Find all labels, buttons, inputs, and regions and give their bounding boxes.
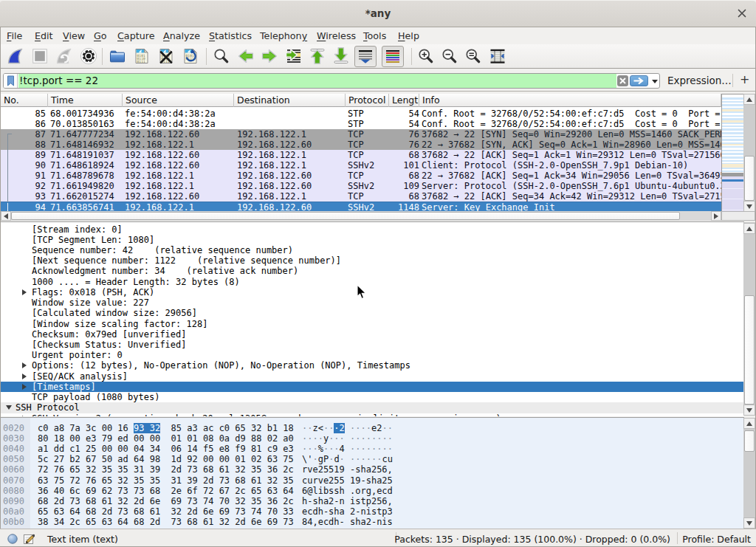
menu-file[interactable]: File (7, 30, 22, 41)
restart-capture-button[interactable] (55, 47, 73, 65)
detail-row[interactable]: Flags: 0x018 (PSH, ACK) (1, 287, 744, 297)
expert-info-icon[interactable] (7, 534, 18, 544)
auto-scroll-toggle[interactable] (354, 46, 377, 67)
zoom-in-button[interactable] (417, 47, 435, 65)
column-header-time[interactable]: Time (48, 94, 123, 107)
scroll-up-button[interactable] (743, 94, 755, 105)
detail-row[interactable]: [Calculated window size: 29056] (1, 308, 744, 318)
window-titlebar[interactable]: *any (0, 0, 756, 27)
detail-row[interactable]: [Next sequence number: 1122 (relative se… (1, 255, 744, 266)
filter-apply-button[interactable] (630, 75, 648, 86)
save-file-button[interactable]: 010101100111 (133, 47, 151, 65)
scroll-left-button[interactable] (1, 211, 11, 221)
detail-row[interactable]: [Checksum Status: Unverified] (1, 340, 744, 350)
bytes-vscrollbar[interactable] (743, 418, 755, 529)
expand-icon[interactable] (22, 374, 27, 379)
resize-columns-button[interactable] (489, 47, 506, 65)
detail-row[interactable]: Sequence number: 42 (relative sequence n… (1, 245, 744, 255)
filter-dropdown-caret[interactable] (652, 80, 658, 83)
expand-icon[interactable] (22, 384, 27, 390)
go-back-button[interactable] (237, 47, 255, 65)
zoom-100-button[interactable] (464, 47, 482, 65)
packet-row-91[interactable]: 9171.648789678192.168.122.1192.168.122.6… (1, 171, 721, 181)
open-file-button[interactable] (109, 47, 126, 65)
scroll-down-button[interactable] (743, 201, 755, 212)
scroll-thumb[interactable] (11, 212, 680, 220)
go-forward-button[interactable] (261, 47, 278, 65)
go-last-button[interactable] (332, 47, 350, 65)
detail-row[interactable]: [Window size scaling factor: 128] (1, 319, 744, 329)
scroll-down-button[interactable] (743, 517, 755, 529)
start-capture-button[interactable] (7, 47, 24, 65)
column-header-protocol[interactable]: Protocol (346, 94, 389, 107)
collapse-icon[interactable] (6, 405, 12, 410)
detail-row[interactable]: SSH Protocol (1, 402, 744, 413)
menu-go[interactable]: Go (94, 30, 107, 41)
packet-row-88[interactable]: 8871.648146932192.168.122.1192.168.122.6… (1, 140, 721, 150)
filter-bookmark-button[interactable] (4, 74, 18, 88)
details-vscrollbar[interactable] (743, 222, 755, 416)
hex-row-0030[interactable]: 003080 18 00 e3 79 ed 00 00 01 01 08 0a … (1, 433, 744, 444)
packet-row-92[interactable]: 9271.661949820192.168.122.1192.168.122.6… (1, 181, 721, 191)
packet-row-86[interactable]: 8670.013850163fe:54:00:d4:38:2aSTP54Conf… (1, 119, 721, 129)
hex-row-00b0[interactable]: 00b038 34 2c 65 63 64 68 2d 73 68 61 32 … (1, 517, 744, 527)
detail-row[interactable]: [SEQ/ACK analysis] (1, 371, 744, 382)
expand-icon[interactable] (22, 289, 27, 295)
menu-capture[interactable]: Capture (117, 30, 154, 41)
menu-help[interactable]: Help (398, 30, 419, 41)
menu-edit[interactable]: Edit (35, 30, 53, 41)
packet-row-93[interactable]: 9371.662015274192.168.122.60192.168.122.… (1, 191, 721, 202)
hex-row-0090[interactable]: 009068 2d 73 68 61 32 2d 6e 69 73 74 70 … (1, 496, 744, 506)
menu-view[interactable]: View (63, 30, 85, 41)
colorize-toggle[interactable] (382, 46, 404, 67)
reload-file-button[interactable]: 01010111 (182, 47, 199, 65)
hex-row-00a0[interactable]: 00a065 63 64 68 2d 73 68 61 32 2d 6e 69 … (1, 506, 744, 517)
hex-row-0020[interactable]: 0020c0 a8 7a 3c 00 16 93 32 85 a3 ac c0 … (1, 423, 744, 433)
filter-add-button[interactable]: + (740, 72, 749, 86)
column-header-info[interactable]: Info (419, 94, 721, 107)
detail-row[interactable]: SSH Version 2 (encryption:chacha20-poly1… (1, 413, 744, 416)
column-header-source[interactable]: Source (123, 94, 234, 107)
detail-row[interactable]: Urgent pointer: 0 (1, 350, 744, 360)
detail-row[interactable]: [Stream index: 0] (1, 224, 744, 235)
find-packet-button[interactable] (213, 47, 230, 65)
menu-statistics[interactable]: Statistics (209, 30, 252, 41)
column-header-no[interactable]: No. (1, 94, 48, 107)
go-first-button[interactable] (309, 47, 326, 65)
scroll-thumb[interactable] (744, 430, 755, 452)
detail-row[interactable]: TCP payload (1080 bytes) (1, 392, 744, 402)
hex-row-0070[interactable]: 007063 75 72 76 65 32 35 35 31 39 2d 73 … (1, 475, 744, 486)
detail-row[interactable]: Checksum: 0x79ed [unverified] (1, 329, 744, 340)
packet-row-94[interactable]: 9471.663856741192.168.122.1192.168.122.6… (1, 202, 721, 212)
scroll-up-button[interactable] (743, 223, 755, 234)
expression-button[interactable]: Expression… (667, 75, 732, 86)
go-to-packet-button[interactable] (285, 47, 303, 65)
close-file-button[interactable]: 010101100111 (157, 47, 175, 65)
hex-row-0060[interactable]: 006072 76 65 32 35 35 31 39 2d 73 68 61 … (1, 464, 744, 475)
expand-icon[interactable] (22, 362, 27, 368)
packet-row-87[interactable]: 8771.647777234192.168.122.60192.168.122.… (1, 129, 721, 140)
menu-wireless[interactable]: Wireless (317, 30, 356, 41)
detail-row[interactable]: [TCP Segment Len: 1080] (1, 235, 744, 245)
expand-icon[interactable] (22, 416, 27, 416)
menu-tools[interactable]: Tools (363, 30, 386, 41)
packet-list-hscrollbar[interactable] (1, 211, 721, 221)
packet-row-85[interactable]: 8568.001734936fe:54:00:d4:38:2aSTP54Conf… (1, 109, 721, 119)
hex-row-0050[interactable]: 00505c 27 b2 67 50 ad 64 98 1d 92 00 00 … (1, 454, 744, 464)
detail-row[interactable]: Acknowledgment number: 34 (relative ack … (1, 266, 744, 276)
column-header-length[interactable]: Length (389, 94, 419, 107)
scroll-right-button[interactable] (711, 211, 721, 221)
menu-analyze[interactable]: Analyze (163, 30, 200, 41)
hex-row-0040[interactable]: 0040a1 dd c1 25 00 00 04 34 06 14 f5 e8 … (1, 444, 744, 454)
filter-clear-button[interactable] (617, 75, 628, 86)
packet-row-89[interactable]: 8971.648191037192.168.122.60192.168.122.… (1, 150, 721, 160)
detail-row[interactable]: Options: (12 bytes), No-Operation (NOP),… (1, 360, 744, 371)
packet-row-90[interactable]: 9071.648618924192.168.122.60192.168.122.… (1, 160, 721, 171)
column-header-destination[interactable]: Destination (234, 94, 346, 107)
detail-row[interactable]: [Timestamps] (1, 382, 744, 392)
menu-telephony[interactable]: Telephony (260, 30, 307, 41)
detail-row[interactable]: 1000 .... = Header Length: 32 bytes (8) (1, 277, 744, 287)
scroll-down-button[interactable] (743, 405, 755, 416)
status-profile[interactable]: Profile: Default (682, 534, 751, 545)
intelligent-scrollbar-minimap[interactable] (721, 94, 744, 212)
